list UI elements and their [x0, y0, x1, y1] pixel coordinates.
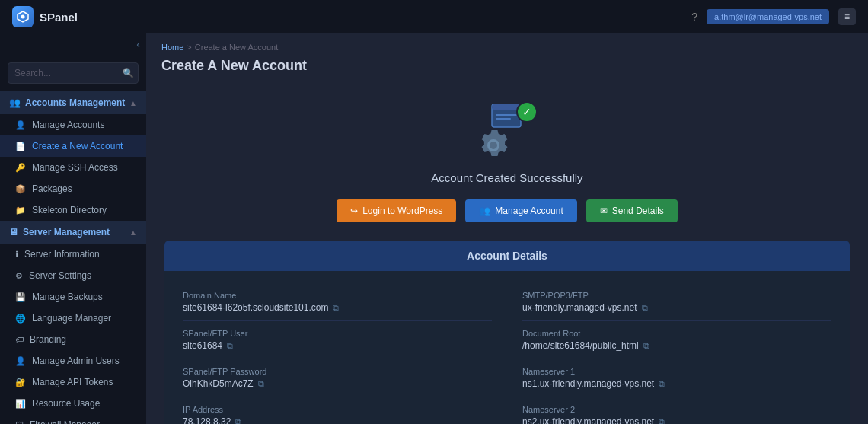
account-details-right: SMTP/POP3/FTP ux-friendly.managed-vps.ne…	[522, 283, 831, 424]
ns1-label: Nameserver 1	[522, 367, 831, 376]
sidebar-item-resource-usage[interactable]: 📊 Resource Usage	[0, 393, 146, 414]
gear-icon	[477, 129, 510, 162]
smtp-copy-icon[interactable]: ⧉	[642, 303, 648, 313]
breadcrumb: Home > Create a New Account	[146, 33, 868, 55]
spanel-user-copy-icon[interactable]: ⧉	[227, 341, 233, 351]
domain-name-group: Domain Name site61684-l62o5f.scloudsite1…	[183, 283, 492, 321]
success-icon-wrap: ✓	[477, 101, 538, 162]
success-message: Account Created Successfully	[431, 171, 582, 184]
login-wordpress-button[interactable]: ↪ Login to WordPress	[337, 199, 456, 222]
sidebar-item-manage-backups[interactable]: 💾 Manage Backups	[0, 286, 146, 308]
spanel-pass-label: SPanel/FTP Password	[183, 367, 492, 376]
breadcrumb-current: Create a New Account	[195, 43, 278, 52]
sidebar-collapse-button[interactable]: ‹	[136, 38, 140, 50]
sidebar-item-branding[interactable]: 🏷 Branding	[0, 329, 146, 350]
server-management-header[interactable]: 🖥 Server Management ▲	[0, 221, 146, 244]
api-tokens-icon: 🔐	[15, 378, 26, 387]
sidebar-item-packages[interactable]: 📦 Packages	[0, 178, 146, 199]
server-info-label: Server Information	[24, 249, 100, 260]
topbar-right: ? a.thm@lr@managed-vps.net ≡	[691, 8, 856, 25]
doc-root-copy-icon[interactable]: ⧉	[643, 341, 649, 351]
sidebar-item-firewall-manager[interactable]: 🛡 Firewall Manager	[0, 414, 146, 424]
spanel-pass-value: OlhKhkD5mAc7Z ⧉	[183, 378, 492, 389]
manage-backups-label: Manage Backups	[32, 292, 103, 302]
accounts-items: 👤 Manage Accounts 📄 Create a New Account…	[0, 114, 146, 221]
sidebar-item-manage-ssh[interactable]: 🔑 Manage SSH Access	[0, 157, 146, 178]
account-card-title: Account Details	[164, 241, 850, 271]
send-details-icon: ✉	[600, 206, 608, 216]
accounts-management-header[interactable]: 👥 Accounts Management ▲	[0, 91, 146, 114]
sidebar-item-manage-admin-users[interactable]: 👤 Manage Admin Users	[0, 350, 146, 371]
server-items: ℹ Server Information ⚙ Server Settings 💾…	[0, 244, 146, 424]
server-icon: 🖥	[9, 227, 18, 238]
ip-address-group: IP Address 78.128.8.32 ⧉	[183, 397, 492, 424]
search-icon: 🔍	[123, 68, 134, 78]
sidebar-item-server-info[interactable]: ℹ Server Information	[0, 244, 146, 265]
ns1-copy-icon[interactable]: ⧉	[659, 379, 665, 389]
ip-copy-icon[interactable]: ⧉	[235, 417, 241, 425]
search-input[interactable]	[8, 62, 139, 84]
doc-root-group: Document Root /home/site61684/public_htm…	[522, 321, 831, 359]
ns2-group: Nameserver 2 ns2.ux-friendly.managed-vps…	[522, 397, 831, 424]
language-manager-label: Language Manager	[32, 313, 111, 324]
accounts-management-label: Accounts Management	[25, 97, 125, 108]
sidebar-section-server: 🖥 Server Management ▲ ℹ Server Informati…	[0, 221, 146, 424]
account-card-body: Domain Name site61684-l62o5f.scloudsite1…	[164, 271, 850, 424]
manage-account-button[interactable]: 👥 Manage Account	[465, 199, 576, 222]
topbar-left: SPanel	[12, 6, 78, 27]
ssh-icon: 🔑	[15, 163, 26, 173]
spanel-pass-copy-icon[interactable]: ⧉	[258, 379, 264, 389]
topbar: SPanel ? a.thm@lr@managed-vps.net ≡	[0, 0, 868, 33]
svg-point-1	[21, 15, 25, 19]
success-checkmark: ✓	[516, 101, 538, 123]
search-box: 🔍	[0, 55, 146, 91]
sidebar-item-create-account[interactable]: 📄 Create a New Account	[0, 135, 146, 157]
branding-label: Branding	[30, 334, 66, 345]
ns2-copy-icon[interactable]: ⧉	[659, 417, 665, 425]
sidebar-section-accounts: 👥 Accounts Management ▲ 👤 Manage Account…	[0, 91, 146, 221]
server-settings-label: Server Settings	[29, 270, 91, 281]
server-settings-icon: ⚙	[15, 271, 23, 281]
ns2-label: Nameserver 2	[522, 405, 831, 414]
branding-icon: 🏷	[15, 335, 24, 344]
accounts-chevron-icon: ▲	[129, 99, 137, 107]
logo-icon	[12, 6, 34, 27]
ns2-value: ns2.ux-friendly.managed-vps.net ⧉	[522, 416, 831, 424]
create-account-icon: 📄	[15, 142, 26, 151]
sidebar-item-server-settings[interactable]: ⚙ Server Settings	[0, 265, 146, 286]
smtp-value: ux-friendly.managed-vps.net ⧉	[522, 302, 831, 313]
firewall-icon: 🛡	[15, 420, 24, 424]
spanel-user-value: site61684 ⧉	[183, 340, 492, 351]
sidebar-item-language-manager[interactable]: 🌐 Language Manager	[0, 308, 146, 329]
breadcrumb-separator: >	[187, 43, 191, 52]
smtp-label: SMTP/POP3/FTP	[522, 291, 831, 300]
account-details-card: Account Details Domain Name site61684-l6…	[164, 241, 850, 424]
resource-usage-label: Resource Usage	[32, 398, 100, 409]
skeleton-directory-label: Skeleton Directory	[32, 205, 107, 215]
breadcrumb-home[interactable]: Home	[161, 43, 183, 52]
accounts-icon: 👥	[9, 97, 21, 108]
domain-name-copy-icon[interactable]: ⧉	[333, 303, 339, 313]
user-email-badge[interactable]: a.thm@lr@managed-vps.net	[707, 9, 829, 24]
server-chevron-icon: ▲	[129, 228, 137, 237]
send-details-button[interactable]: ✉ Send Details	[586, 199, 678, 222]
topbar-menu-button[interactable]: ≡	[838, 8, 856, 25]
ns1-value: ns1.ux-friendly.managed-vps.net ⧉	[522, 378, 831, 389]
language-icon: 🌐	[15, 314, 26, 324]
action-buttons: ↪ Login to WordPress 👥 Manage Account ✉ …	[337, 199, 678, 222]
manage-accounts-icon: 👤	[15, 120, 26, 130]
packages-label: Packages	[32, 183, 72, 194]
packages-icon: 📦	[15, 184, 26, 194]
help-icon[interactable]: ?	[691, 11, 697, 23]
svg-rect-5	[496, 118, 511, 120]
api-tokens-label: Manage API Tokens	[32, 377, 113, 387]
ip-address-value: 78.128.8.32 ⧉	[183, 416, 492, 424]
server-management-label: Server Management	[23, 227, 110, 238]
resource-icon: 📊	[15, 399, 26, 409]
login-wp-label: Login to WordPress	[362, 206, 442, 216]
sidebar-item-api-tokens[interactable]: 🔐 Manage API Tokens	[0, 371, 146, 393]
manage-ssh-label: Manage SSH Access	[32, 162, 118, 173]
sidebar-item-skeleton-directory[interactable]: 📁 Skeleton Directory	[0, 199, 146, 221]
sidebar-item-manage-accounts[interactable]: 👤 Manage Accounts	[0, 114, 146, 135]
server-info-icon: ℹ	[15, 250, 18, 260]
